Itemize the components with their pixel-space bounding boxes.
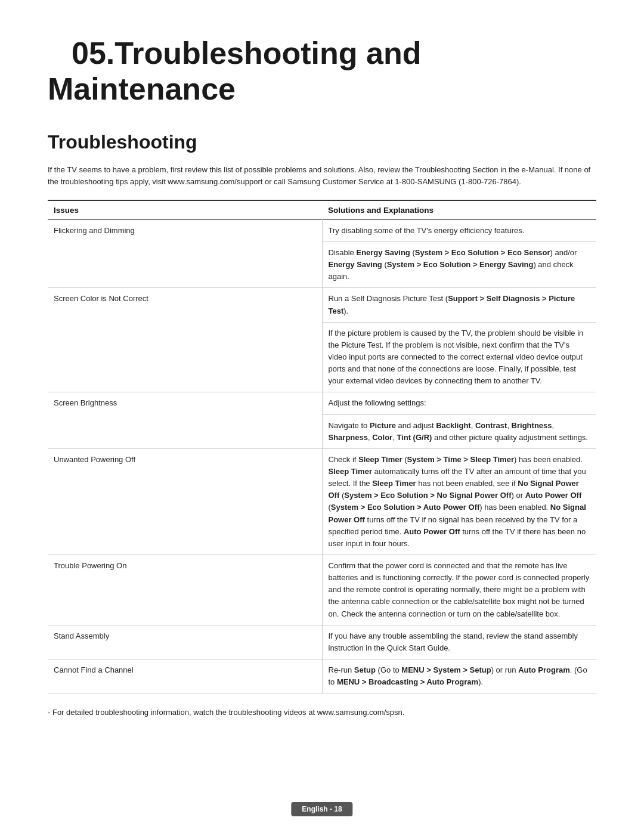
issue-cell: Flickering and Dimming (48, 219, 322, 288)
footnote: - For detailed troubleshooting informati… (48, 708, 596, 717)
table-row: Trouble Powering OnConfirm that the powe… (48, 555, 596, 625)
intro-paragraph: If the TV seems to have a problem, first… (48, 164, 596, 188)
issue-cell: Screen Color is Not Correct (48, 288, 322, 392)
solution-cell: Adjust the following settings: (322, 392, 596, 414)
issue-cell: Stand Assembly (48, 625, 322, 659)
solution-cell: Try disabling some of the TV's energy ef… (322, 219, 596, 241)
troubleshooting-table: Issues Solutions and Explanations Flicke… (48, 200, 596, 693)
col-issues-header: Issues (48, 200, 322, 220)
issue-cell: Cannot Find a Channel (48, 659, 322, 693)
title-line1: 05.Troubleshooting and (72, 36, 421, 70)
col-solutions-header: Solutions and Explanations (322, 200, 596, 220)
page-title: 05.Troubleshooting and Maintenance (48, 36, 596, 107)
issue-cell: Trouble Powering On (48, 555, 322, 625)
table-row: Cannot Find a ChannelRe-run Setup (Go to… (48, 659, 596, 693)
solution-cell: Run a Self Diagnosis Picture Test (Suppo… (322, 288, 596, 322)
title-line2: Maintenance (48, 72, 236, 106)
solution-cell: If you have any trouble assembling the s… (322, 625, 596, 659)
table-row: Screen Color is Not CorrectRun a Self Di… (48, 288, 596, 322)
issue-cell: Unwanted Powering Off (48, 448, 322, 555)
solution-cell: Disable Energy Saving (System > Eco Solu… (322, 242, 596, 288)
page-indicator: English - 18 (291, 802, 352, 816)
solution-cell: Navigate to Picture and adjust Backlight… (322, 414, 596, 448)
issue-cell: Screen Brightness (48, 392, 322, 448)
solution-cell: Confirm that the power cord is connected… (322, 555, 596, 625)
section-title: Troubleshooting (48, 131, 596, 153)
solution-cell: Check if Sleep Timer (System > Time > Sl… (322, 448, 596, 555)
table-row: Unwanted Powering OffCheck if Sleep Time… (48, 448, 596, 555)
solution-cell: Re-run Setup (Go to MENU > System > Setu… (322, 659, 596, 693)
solution-cell: If the picture problem is caused by the … (322, 322, 596, 392)
table-row: Flickering and DimmingTry disabling some… (48, 219, 596, 241)
table-row: Stand AssemblyIf you have any trouble as… (48, 625, 596, 659)
table-row: Screen BrightnessAdjust the following se… (48, 392, 596, 414)
